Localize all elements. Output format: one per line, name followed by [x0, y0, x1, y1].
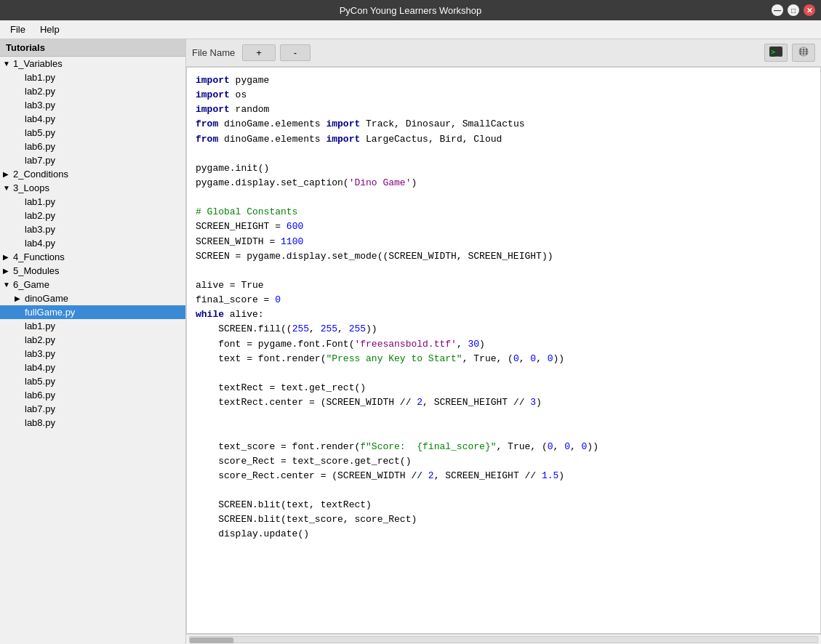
tree-item-5_Modules[interactable]: ▶5_Modules: [0, 264, 185, 278]
tree-item-label: lab3.py: [25, 348, 55, 359]
tree-item-fullGame.py[interactable]: fullGame.py: [0, 305, 185, 319]
tree-item-label: lab4.py: [25, 113, 55, 124]
close-button[interactable]: ✕: [804, 4, 815, 16]
main-layout: Tutorials ▼1_Variableslab1.pylab2.pylab3…: [0, 39, 821, 644]
tree-item-2_Conditions[interactable]: ▶2_Conditions: [0, 167, 185, 181]
tree-item-label: dinoGame: [25, 293, 68, 304]
menu-bar: File Help: [0, 20, 821, 39]
tree-item-3_Loops[interactable]: ▼3_Loops: [0, 181, 185, 195]
tree-item-label: lab3.py: [25, 100, 55, 110]
menu-help[interactable]: Help: [33, 22, 67, 37]
run-button[interactable]: [792, 44, 815, 62]
tree-arrow: ▶: [3, 170, 12, 178]
svg-point-6: [803, 49, 805, 51]
tree-item-label: 5_Modules: [13, 265, 60, 276]
tree-arrow: ▼: [3, 60, 12, 68]
window-controls: — □ ✕: [772, 4, 815, 16]
tree-item-label: 1_Variables: [13, 58, 63, 69]
tree-item-label: lab7.py: [25, 155, 55, 166]
terminal-button[interactable]: >_: [764, 44, 788, 62]
editor-area: File Name + - >_: [186, 39, 821, 644]
svg-point-9: [806, 53, 808, 55]
tree-item-label: lab8.py: [25, 417, 55, 428]
tree-item-lab1.py-6[interactable]: lab1.py: [0, 319, 185, 333]
svg-text:>_: >_: [771, 48, 780, 57]
tree-item-label: lab7.py: [25, 403, 55, 414]
window-title: PyCon Young Learners Workshop: [340, 5, 482, 16]
terminal-icon: >_: [769, 47, 782, 57]
code-editor[interactable]: import pygame import os import random fr…: [186, 67, 821, 634]
tree-item-lab4.py-6[interactable]: lab4.py: [0, 361, 185, 374]
tree-item-label: lab1.py: [25, 196, 55, 207]
tree-item-lab2.py-3[interactable]: lab2.py: [0, 209, 185, 222]
svg-point-7: [803, 53, 805, 55]
horizontal-scrollbar[interactable]: [186, 634, 821, 644]
svg-point-12: [806, 51, 808, 53]
tree-arrow: ▶: [3, 253, 12, 261]
tree-item-lab6.py-6[interactable]: lab6.py: [0, 388, 185, 402]
minimize-button[interactable]: —: [772, 4, 783, 16]
tree-arrow: ▶: [3, 267, 12, 275]
tree-arrow: ▼: [3, 184, 12, 192]
tree-item-lab6.py-1[interactable]: lab6.py: [0, 140, 185, 153]
tree-item-label: 2_Conditions: [13, 169, 68, 180]
tree-item-label: lab5.py: [25, 127, 55, 138]
tree-arrow: ▼: [3, 281, 12, 289]
tree-item-label: lab2.py: [25, 86, 55, 97]
tree-item-lab7.py-1[interactable]: lab7.py: [0, 153, 185, 167]
tree-item-label: lab2.py: [25, 334, 55, 345]
tree-item-lab1.py-3[interactable]: lab1.py: [0, 195, 185, 209]
tree-item-lab3.py-6[interactable]: lab3.py: [0, 347, 185, 361]
tree-item-label: lab3.py: [25, 224, 55, 235]
svg-point-11: [803, 51, 805, 53]
tree-item-label: lab6.py: [25, 141, 55, 152]
tree-item-lab2.py-1[interactable]: lab2.py: [0, 84, 185, 98]
tree-item-label: 4_Functions: [13, 251, 65, 262]
tree-item-lab2.py-6[interactable]: lab2.py: [0, 333, 185, 347]
tree-item-lab4.py-3[interactable]: lab4.py: [0, 236, 185, 250]
run-icon: [797, 47, 810, 57]
tree-item-label: lab6.py: [25, 390, 55, 401]
tree-item-label: 3_Loops: [13, 182, 49, 193]
sidebar-tree[interactable]: ▼1_Variableslab1.pylab2.pylab3.pylab4.py…: [0, 57, 185, 644]
tree-item-lab4.py-1[interactable]: lab4.py: [0, 112, 185, 126]
tree-item-label: lab1.py: [25, 321, 55, 331]
svg-point-4: [800, 49, 802, 51]
menu-file[interactable]: File: [3, 22, 33, 37]
svg-point-10: [800, 51, 802, 53]
minus-button[interactable]: -: [280, 44, 311, 61]
maximize-button[interactable]: □: [788, 4, 799, 16]
tree-item-6_Game[interactable]: ▼6_Game: [0, 278, 185, 291]
tree-item-label: lab4.py: [25, 238, 55, 249]
code-content: import pygame import os import random fr…: [187, 71, 820, 545]
tree-item-lab1.py-1[interactable]: lab1.py: [0, 71, 185, 84]
tree-item-1_Variables[interactable]: ▼1_Variables: [0, 57, 185, 71]
tree-item-lab8.py-6[interactable]: lab8.py: [0, 416, 185, 430]
svg-point-5: [800, 53, 802, 55]
tree-item-lab3.py-3[interactable]: lab3.py: [0, 222, 185, 236]
tree-item-lab3.py-1[interactable]: lab3.py: [0, 98, 185, 112]
file-name-label: File Name: [192, 47, 235, 58]
sidebar-header: Tutorials: [0, 39, 185, 57]
tree-item-4_Functions[interactable]: ▶4_Functions: [0, 250, 185, 264]
tree-item-lab7.py-6[interactable]: lab7.py: [0, 402, 185, 416]
sidebar: Tutorials ▼1_Variableslab1.pylab2.pylab3…: [0, 39, 186, 644]
svg-point-8: [806, 49, 808, 51]
tree-arrow: ▶: [15, 294, 23, 302]
tree-item-lab5.py-1[interactable]: lab5.py: [0, 126, 185, 140]
title-bar: PyCon Young Learners Workshop — □ ✕: [0, 0, 821, 20]
tree-item-dinoGame[interactable]: ▶dinoGame: [0, 291, 185, 305]
tree-item-label: lab4.py: [25, 362, 55, 373]
tree-item-label: lab1.py: [25, 72, 55, 83]
editor-toolbar: File Name + - >_: [186, 39, 821, 67]
tree-item-label: lab5.py: [25, 376, 55, 387]
plus-button[interactable]: +: [242, 44, 276, 61]
tree-item-label: lab2.py: [25, 210, 55, 221]
tree-item-lab5.py-6[interactable]: lab5.py: [0, 374, 185, 388]
tree-item-label: fullGame.py: [25, 307, 75, 318]
tree-item-label: 6_Game: [13, 279, 49, 290]
